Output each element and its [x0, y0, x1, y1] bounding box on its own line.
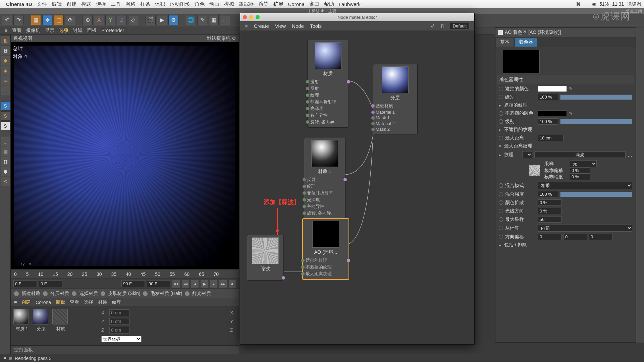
vp-view[interactable]: 查看: [12, 27, 21, 34]
material-item[interactable]: 材质: [52, 309, 69, 340]
mtab-texture[interactable]: 纹理: [112, 299, 121, 305]
maxdist-tex-row[interactable]: 最大距离纹理: [504, 143, 532, 149]
coord-y[interactable]: 0 cm: [109, 318, 129, 325]
eyedropper-icon[interactable]: ✎: [569, 111, 574, 116]
app-name[interactable]: Cinema 4D: [6, 1, 32, 7]
menu-spline[interactable]: 样条: [140, 1, 150, 7]
vp-options[interactable]: 选项: [59, 27, 68, 34]
prev-frame-button[interactable]: ◂: [191, 280, 199, 288]
menu-file[interactable]: 文件: [37, 1, 47, 7]
lightdir-input[interactable]: [538, 208, 561, 214]
frame-end2[interactable]: [147, 280, 170, 287]
more-button[interactable]: ⋯: [220, 15, 230, 25]
menu-character[interactable]: 角色: [195, 1, 205, 7]
unoccluded-tex-row[interactable]: 不遮挡的纹理: [504, 127, 532, 133]
menu-mesh[interactable]: 网格: [125, 1, 136, 7]
fromcalc-dropdown[interactable]: 内部: [538, 225, 632, 232]
frame-start[interactable]: [13, 280, 37, 287]
render-pv-button[interactable]: ▶: [157, 15, 167, 25]
coord-button[interactable]: ◇: [128, 15, 138, 25]
obj-mode-button[interactable]: ◆: [1, 56, 10, 65]
vp-prorender[interactable]: ProRender: [101, 28, 124, 33]
rotate-button[interactable]: ⟳: [65, 15, 75, 25]
frame-cur[interactable]: [39, 280, 62, 287]
occluded-color-swatch[interactable]: [538, 86, 567, 92]
node-preset-dropdown[interactable]: Default: [450, 23, 470, 29]
axis-mode-button[interactable]: ◈: [1, 66, 10, 75]
hair-material[interactable]: 毛发材质 (Hair): [150, 291, 182, 297]
last-tool-button[interactable]: ⊕: [83, 15, 93, 25]
tab-basic[interactable]: 基本: [496, 38, 514, 47]
frame-end[interactable]: [121, 280, 145, 287]
bluroff-input[interactable]: [570, 167, 590, 174]
node-menu-create[interactable]: Create: [254, 23, 269, 29]
mtab-select[interactable]: 选择: [84, 299, 93, 305]
menu-sim[interactable]: 模拟: [224, 1, 234, 7]
menu-corona[interactable]: Corona: [288, 1, 305, 7]
point-mode-button[interactable]: ▭: [1, 76, 10, 85]
edge-mode-button[interactable]: ∟: [1, 86, 10, 95]
colorspread-input[interactable]: [538, 199, 561, 206]
work-button-2[interactable]: ▥: [1, 157, 10, 166]
work-button-1[interactable]: ▤: [1, 147, 10, 156]
goto-end-button[interactable]: ⏭: [229, 280, 236, 288]
s-button-3[interactable]: S: [1, 121, 10, 131]
globe-button[interactable]: 🌐: [186, 15, 196, 25]
vp-filter[interactable]: 过滤: [73, 27, 83, 34]
node-canvas[interactable]: 材质 漫射 反射 纹理 菲涅耳折射率 光泽度 各向异性 旋转, 各向异... 分…: [240, 31, 474, 344]
node-material-2[interactable]: 材质.1 反射 纹理 菲涅耳折射率 光泽度 各向异性 旋转, 各向异...: [304, 138, 345, 219]
new-material[interactable]: 新建材质: [21, 291, 40, 297]
mixstrength-slider[interactable]: [560, 192, 632, 197]
y-lock-button[interactable]: Y: [105, 15, 115, 25]
next-key-button[interactable]: ▸▸: [219, 280, 227, 288]
level-input[interactable]: [538, 94, 558, 100]
occluded-tex-row[interactable]: 遮挡的纹理: [504, 102, 528, 108]
next-frame-button[interactable]: ▸: [210, 280, 217, 288]
bluramt-input[interactable]: [570, 174, 590, 180]
z-lock-button[interactable]: Z: [117, 15, 127, 25]
layer-material[interactable]: 分层材质: [50, 291, 69, 297]
undo-button[interactable]: ↶: [2, 15, 12, 25]
viewport-camera[interactable]: 默认摄像机 ⚙: [207, 36, 236, 42]
goto-start-button[interactable]: ⏮: [172, 280, 180, 288]
menu-window[interactable]: 窗口: [309, 1, 319, 7]
mtab-create[interactable]: 创建: [21, 299, 31, 305]
unoccluded-color-swatch[interactable]: [538, 110, 567, 116]
menu-help[interactable]: 帮助: [324, 1, 334, 7]
more-icon[interactable]: …: [628, 152, 632, 158]
node-menu-tools[interactable]: Tools: [310, 23, 322, 29]
menu-edit[interactable]: 编辑: [52, 1, 62, 7]
menu-create[interactable]: 创建: [66, 1, 76, 7]
skin-material[interactable]: 皮肤材质 (Skin): [108, 291, 140, 297]
node-menu-node[interactable]: Node: [292, 23, 304, 29]
layout-button[interactable]: ▦: [209, 15, 219, 25]
coord-z[interactable]: 0 cm: [109, 327, 129, 334]
mtab-edit[interactable]: 编辑: [56, 299, 65, 305]
menu-track[interactable]: 跟踪器: [239, 1, 254, 7]
mixstrength-input[interactable]: [538, 191, 558, 197]
vp-display[interactable]: 显示: [45, 27, 54, 34]
eyedropper-icon[interactable]: ✎: [569, 86, 574, 92]
include-exclude-row[interactable]: 包括 / 排除: [504, 242, 527, 248]
work-button-3[interactable]: ⬢: [1, 167, 10, 176]
maxsamp-input[interactable]: [538, 216, 561, 223]
node-menu-view[interactable]: View: [275, 23, 286, 29]
sample-dropdown[interactable]: 无: [570, 160, 597, 167]
live-sel-button[interactable]: ▦: [31, 15, 41, 25]
menu-ext[interactable]: 扩展: [273, 1, 283, 7]
menu-render[interactable]: 渲染: [259, 1, 269, 7]
diroff-y[interactable]: [564, 234, 587, 240]
move-button[interactable]: ✥: [42, 15, 52, 25]
vp-camera[interactable]: 摄像机: [26, 27, 40, 34]
menu-select[interactable]: 选择: [96, 1, 106, 7]
mixmode-dropdown[interactable]: 相乘: [538, 182, 632, 189]
menu-tools[interactable]: 工具: [111, 1, 121, 7]
mtab-material[interactable]: 材质: [98, 299, 107, 305]
timeline[interactable]: 0510152025303540455055606570: [11, 269, 239, 279]
node-ao[interactable]: AO (环境... 遮挡的纹理 不遮挡的纹理 最大距离纹理: [302, 218, 349, 280]
s-button-1[interactable]: S: [1, 101, 10, 111]
node-noise[interactable]: 噪波: [247, 235, 284, 281]
coord-x[interactable]: 0 cm: [109, 309, 129, 316]
node-layer[interactable]: 分层 基础材质 Material 1 Mask 1 Material 2 Mas…: [373, 64, 418, 134]
diroff-x[interactable]: [538, 234, 561, 240]
